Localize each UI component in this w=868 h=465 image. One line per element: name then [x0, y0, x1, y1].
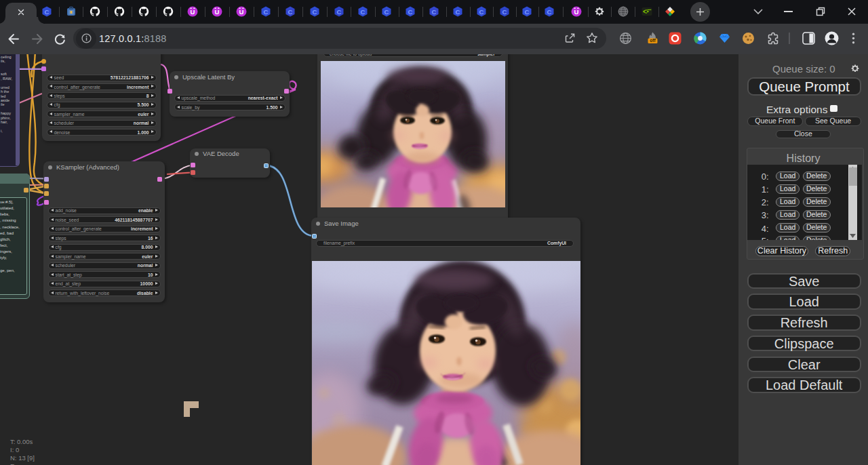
- svg-text:C: C: [502, 8, 507, 16]
- svg-text:C: C: [547, 8, 552, 16]
- svg-text:C: C: [45, 8, 50, 16]
- svg-text:C: C: [336, 8, 341, 16]
- svg-text:C: C: [384, 8, 389, 16]
- svg-text:C: C: [361, 8, 366, 16]
- svg-text:C: C: [432, 8, 437, 16]
- svg-text:C: C: [264, 8, 269, 16]
- svg-text:C: C: [408, 8, 413, 16]
- svg-text:C: C: [312, 8, 317, 16]
- svg-text:C: C: [456, 8, 460, 16]
- svg-text:C: C: [479, 8, 484, 16]
- svg-text:U: U: [191, 8, 195, 16]
- svg-text:C: C: [288, 8, 293, 16]
- svg-text:U: U: [574, 8, 578, 16]
- svg-text:U: U: [239, 8, 244, 16]
- svg-text:C: C: [525, 8, 530, 16]
- svg-text:off: off: [650, 38, 656, 43]
- svg-text:U: U: [215, 8, 220, 16]
